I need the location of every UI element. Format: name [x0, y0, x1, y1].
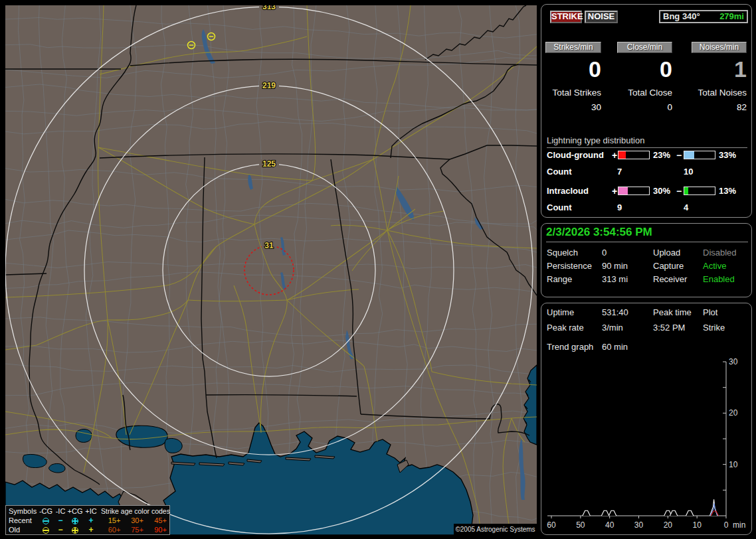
- svg-text:10: 10: [692, 520, 702, 530]
- cloud-ground-row: Cloud-ground + 23% − 33%: [541, 150, 753, 161]
- age-30: 30+: [126, 516, 149, 524]
- legend-row-recent-label: Recent: [9, 516, 38, 524]
- pos-ic-old-icon: +: [83, 526, 99, 533]
- ring-label-125: 125: [262, 159, 276, 169]
- pos-cg-old-icon: [72, 527, 78, 534]
- clock-display: 2/3/2026 3:54:56 PM: [546, 226, 748, 242]
- trend-window-value: 60 min: [602, 342, 628, 352]
- total-close-label: Total Close: [617, 88, 672, 98]
- legend-col-neg-ic: -IC: [54, 507, 67, 515]
- plot-mode-value: Strike: [703, 323, 725, 333]
- svg-text:30: 30: [634, 520, 644, 530]
- cg-minus-count: 10: [684, 167, 693, 177]
- bearing-range-value: 279mi: [719, 11, 744, 22]
- pos-cg-recent-icon: [72, 518, 78, 524]
- neg-ic-recent-icon: −: [54, 517, 67, 524]
- cloud-ground-label: Cloud-ground: [547, 150, 604, 160]
- pos-ic-recent-icon: +: [83, 517, 99, 524]
- svg-text:20: 20: [664, 520, 673, 530]
- lightning-tracker-window: 31321912531 Symbols -CG -IC +CG +IC Stri…: [0, 0, 756, 539]
- strike-map[interactable]: 31321912531 Symbols -CG -IC +CG +IC Stri…: [5, 5, 537, 535]
- age-15: 15+: [103, 516, 126, 524]
- neg-cg-old-icon: [43, 527, 49, 534]
- counters-panel: STRIKE NOISE Bng 340° 279mi Strikes/min …: [541, 4, 752, 218]
- svg-text:10: 10: [729, 460, 738, 469]
- noises-rate-value: 1: [692, 57, 747, 81]
- range-row: Range 313 mi Receiver Enabled: [541, 274, 753, 286]
- plot-label: Plot: [703, 307, 717, 317]
- receiver-status: Enabled: [703, 274, 735, 284]
- peak-rate-row: Peak rate 3/min 3:52 PM Strike: [541, 323, 753, 335]
- persistence-row: Persistence 90 min Capture Active: [541, 261, 753, 273]
- svg-text:20: 20: [729, 408, 738, 418]
- cg-plus-bar: [618, 151, 650, 159]
- uptime-value: 531:40: [602, 307, 628, 317]
- trend-graph-row: Trend graph 60 min: [541, 342, 753, 354]
- cg-plus-count: 7: [617, 167, 622, 177]
- upload-status: Disabled: [703, 248, 737, 258]
- noise-mode-button[interactable]: NOISE: [585, 11, 618, 23]
- strikes-per-min-button[interactable]: Strikes/min: [545, 42, 601, 53]
- capture-status: Active: [703, 261, 726, 271]
- noises-per-min-button[interactable]: Noises/min: [692, 42, 747, 53]
- strike-mode-button[interactable]: STRIKE: [550, 11, 582, 23]
- uptime-row: Uptime 531:40 Peak time Plot: [541, 307, 753, 319]
- ic-plus-bar: [618, 187, 650, 195]
- squelch-value: 0: [602, 248, 607, 258]
- age-45: 45+: [149, 516, 172, 524]
- close-per-min-button[interactable]: Close/min: [617, 42, 672, 53]
- map-canvas: 31321912531: [5, 5, 537, 535]
- legend-age-title: Strike age color codes: [99, 507, 172, 515]
- svg-text:0: 0: [724, 520, 729, 530]
- trend-graph-label: Trend graph: [547, 342, 593, 352]
- distribution-title: Lightning type distribution: [547, 135, 747, 148]
- svg-text:60: 60: [547, 520, 556, 530]
- bearing-readout: Bng 340° 279mi: [659, 10, 748, 23]
- neg-ic-old-icon: −: [54, 526, 67, 533]
- ring-label-31: 31: [264, 241, 274, 250]
- persistence-value: 90 min: [602, 261, 628, 271]
- bearing-value: Bng 340°: [663, 11, 700, 22]
- range-value: 313 mi: [602, 274, 628, 284]
- total-noises-label: Total Noises: [692, 88, 747, 98]
- ic-plus-count: 9: [617, 202, 622, 212]
- intracloud-row: Intracloud + 30% − 13%: [541, 186, 753, 196]
- neg-cg-recent-icon: [43, 518, 49, 524]
- age-60: 60+: [103, 526, 126, 534]
- close-rate-value: 0: [617, 57, 672, 81]
- map-legend: Symbols -CG -IC +CG +IC Strike age color…: [5, 505, 170, 535]
- ring-label-313: 313: [262, 5, 276, 11]
- settings-panel: 2/3/2026 3:54:56 PM Squelch 0 Upload Dis…: [541, 223, 752, 297]
- svg-text:min: min: [733, 520, 745, 530]
- age-75: 75+: [126, 526, 149, 534]
- total-strikes-label: Total Strikes: [545, 88, 601, 98]
- svg-text:40: 40: [605, 520, 614, 530]
- age-90: 90+: [149, 526, 172, 534]
- squelch-row: Squelch 0 Upload Disabled: [541, 248, 753, 260]
- trend-panel: 6050403020100min102030 Uptime 531:40 Pea…: [541, 303, 752, 535]
- legend-col-neg-cg: -CG: [38, 507, 54, 515]
- legend-symbols-header: Symbols: [9, 507, 38, 515]
- copyright-text: ©2005 Astrogenic Systems: [454, 524, 537, 535]
- svg-text:30: 30: [729, 357, 738, 366]
- peak-time-value: 3:52 PM: [653, 323, 685, 333]
- peak-rate-value: 3/min: [602, 323, 623, 333]
- intracloud-label: Intracloud: [547, 186, 589, 196]
- svg-text:50: 50: [576, 520, 585, 530]
- legend-row-old-label: Old: [9, 526, 38, 534]
- total-close-value: 0: [617, 102, 672, 112]
- total-noises-value: 82: [692, 102, 747, 112]
- ic-plus-pct: 30%: [653, 186, 670, 196]
- cg-plus-pct: 23%: [653, 150, 670, 160]
- ic-minus-count: 4: [684, 202, 688, 212]
- trend-graph: 6050403020100min102030: [541, 303, 753, 534]
- total-strikes-value: 30: [545, 102, 601, 112]
- ring-label-219: 219: [262, 81, 276, 90]
- cg-minus-bar: [684, 151, 715, 159]
- legend-col-pos-cg: +CG: [67, 507, 83, 515]
- strikes-rate-value: 0: [545, 57, 601, 81]
- legend-col-pos-ic: +IC: [83, 507, 99, 515]
- ic-minus-pct: 13%: [719, 186, 736, 196]
- cg-minus-pct: 33%: [719, 150, 736, 160]
- ic-minus-bar: [684, 187, 715, 195]
